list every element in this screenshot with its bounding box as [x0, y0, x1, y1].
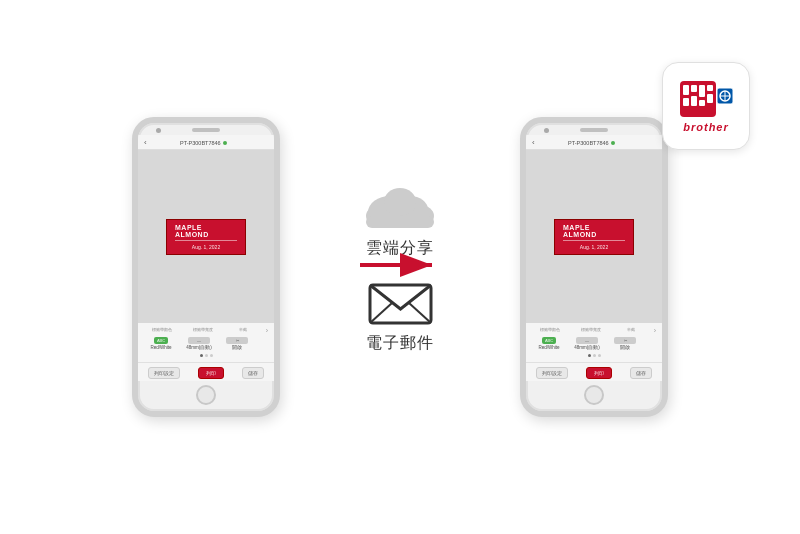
dot3-left: [210, 354, 213, 357]
buttons-row-left: 列印設定 列印 儲存: [138, 362, 274, 381]
home-button-right[interactable]: [584, 385, 604, 405]
settings-labels-left: 標籤帶顏色 標籤帶寬度 半截 ›: [144, 327, 268, 334]
width-setting-label-right: 標籤帶寬度: [573, 327, 610, 334]
cut-value-left: ✂ 開啟: [220, 337, 254, 350]
speaker-left: [192, 128, 220, 132]
cloud-icon: 雲端分享: [360, 180, 440, 259]
svg-point-5: [384, 188, 416, 216]
email-icon: 電子郵件: [366, 275, 434, 354]
color-setting-label-right: 標籤帶顏色: [532, 327, 569, 334]
chevron-right: ›: [654, 327, 656, 334]
save-btn-left[interactable]: 儲存: [242, 367, 264, 379]
svg-rect-18: [707, 85, 713, 91]
screen-header-right: ‹ PT-P300BT7846: [526, 135, 662, 150]
svg-rect-13: [691, 85, 697, 92]
label-tag-left: MAPLE ALMOND Aug. 1, 2022: [166, 219, 246, 255]
settings-right: 標籤帶顏色 標籤帶寬度 半截 › ABC Red/White: [526, 323, 662, 362]
phone-right: ‹ PT-P300BT7846 MAPLE ALMOND Aug. 1, 202…: [520, 117, 668, 417]
buttons-row-right: 列印設定 列印 儲存: [526, 362, 662, 381]
dot2-right: [593, 354, 596, 357]
phone-top-bar-left: [138, 123, 274, 135]
settings-left: 標籤帶顏色 標籤帶寬度 半截 › ABC Red/White: [138, 323, 274, 362]
brother-logo: brother: [662, 62, 750, 150]
print-settings-btn-right[interactable]: 列印設定: [536, 367, 568, 379]
chevron-left: ›: [266, 327, 268, 334]
color-value-right: ABC Red/White: [532, 337, 566, 350]
arrow-svg: [360, 251, 440, 279]
settings-values-left: ABC Red/White — 48mm(自動) ✂ 開啟: [144, 337, 268, 350]
width-chip-right: —: [576, 337, 598, 344]
dots-right: [532, 354, 656, 357]
svg-line-10: [409, 303, 431, 323]
dot3-right: [598, 354, 601, 357]
label-tag-right: MAPLE ALMOND Aug. 1, 2022: [554, 219, 634, 255]
cut-setting-label-left: 半截: [225, 327, 262, 334]
cut-chip-left: ✂: [226, 337, 248, 344]
home-button-left[interactable]: [196, 385, 216, 405]
green-dot-right: [611, 141, 615, 145]
screen-left: ‹ PT-P300BT7846 MAPLE ALMOND Aug. 1, 202…: [138, 135, 274, 381]
label-line-left: [175, 240, 237, 241]
dot1-left: [200, 354, 203, 357]
arrow-container: [360, 251, 440, 283]
color-setting-label-left: 標籤帶顏色: [144, 327, 181, 334]
device-name-left: PT-P300BT7846: [180, 140, 227, 146]
svg-rect-15: [683, 98, 689, 106]
camera-right: [544, 128, 549, 133]
settings-labels-right: 標籤帶顏色 標籤帶寬度 半截 ›: [532, 327, 656, 334]
scene: ‹ PT-P300BT7846 MAPLE ALMOND Aug. 1, 202…: [0, 0, 800, 534]
back-arrow-left[interactable]: ‹: [144, 138, 147, 147]
width-chip-left: —: [188, 337, 210, 344]
svg-rect-16: [691, 96, 697, 106]
phone-left: ‹ PT-P300BT7846 MAPLE ALMOND Aug. 1, 202…: [132, 117, 280, 417]
cut-chip-right: ✂: [614, 337, 636, 344]
print-btn-left[interactable]: 列印: [198, 367, 224, 379]
screen-header-left: ‹ PT-P300BT7846: [138, 135, 274, 150]
svg-rect-19: [707, 94, 713, 103]
dot2-left: [205, 354, 208, 357]
phone-top-bar-right: [526, 123, 662, 135]
dot1-right: [588, 354, 591, 357]
label-line-right: [563, 240, 625, 241]
camera-left: [156, 128, 161, 133]
brother-logo-text: brother: [683, 121, 729, 133]
save-btn-right[interactable]: 儲存: [630, 367, 652, 379]
label-area-right: MAPLE ALMOND Aug. 1, 2022: [526, 150, 662, 323]
cut-setting-label-right: 半截: [613, 327, 650, 334]
svg-rect-14: [699, 85, 705, 97]
svg-line-9: [370, 303, 392, 323]
screen-right: ‹ PT-P300BT7846 MAPLE ALMOND Aug. 1, 202…: [526, 135, 662, 381]
settings-values-right: ABC Red/White — 48mm(自動) ✂ 開啟: [532, 337, 656, 350]
svg-rect-12: [683, 85, 689, 95]
width-value-right: — 48mm(自動): [570, 337, 604, 350]
cloud-svg: [360, 180, 440, 230]
print-btn-right[interactable]: 列印: [586, 367, 612, 379]
speaker-right: [580, 128, 608, 132]
brother-logo-svg: [679, 79, 734, 119]
label-top-left: MAPLE ALMOND: [175, 224, 237, 238]
label-bottom-right: Aug. 1, 2022: [580, 244, 608, 250]
label-top-right: MAPLE ALMOND: [563, 224, 625, 238]
color-value-left: ABC Red/White: [144, 337, 178, 350]
width-setting-label-left: 標籤帶寬度: [185, 327, 222, 334]
cut-value-right: ✂ 開啟: [608, 337, 642, 350]
device-name-right: PT-P300BT7846: [568, 140, 615, 146]
middle-section: 雲端分享 電子郵件: [310, 180, 490, 354]
color-chip-left: ABC: [154, 337, 168, 344]
green-dot-left: [223, 141, 227, 145]
label-area-left: MAPLE ALMOND Aug. 1, 2022: [138, 150, 274, 323]
color-chip-right: ABC: [542, 337, 556, 344]
svg-rect-17: [699, 100, 705, 106]
dots-left: [144, 354, 268, 357]
svg-rect-4: [366, 216, 434, 228]
print-settings-btn-left[interactable]: 列印設定: [148, 367, 180, 379]
label-bottom-left: Aug. 1, 2022: [192, 244, 220, 250]
width-value-left: — 48mm(自動): [182, 337, 216, 350]
back-arrow-right[interactable]: ‹: [532, 138, 535, 147]
email-text: 電子郵件: [366, 333, 434, 354]
